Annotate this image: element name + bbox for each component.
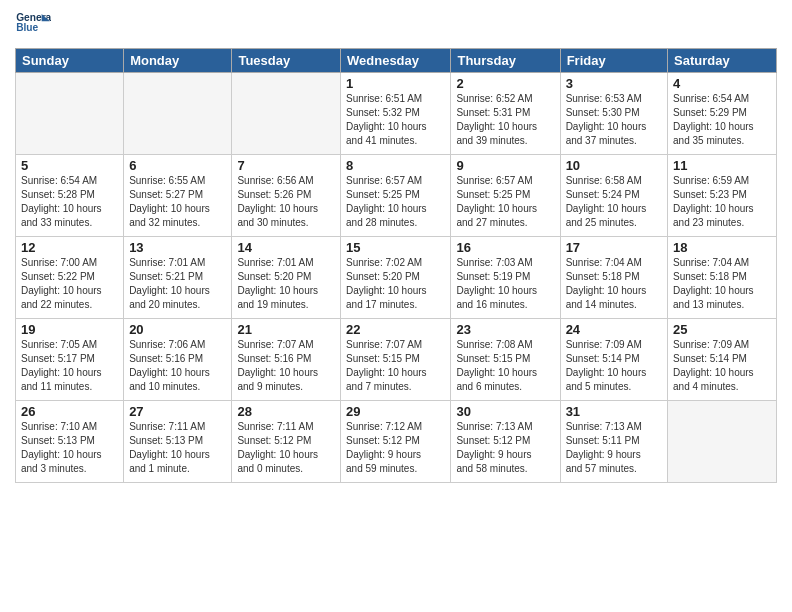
day-info: Sunrise: 7:09 AM Sunset: 5:14 PM Dayligh… <box>566 338 662 394</box>
day-info: Sunrise: 7:07 AM Sunset: 5:16 PM Dayligh… <box>237 338 335 394</box>
day-number: 24 <box>566 322 662 337</box>
day-number: 27 <box>129 404 226 419</box>
calendar-cell: 1Sunrise: 6:51 AM Sunset: 5:32 PM Daylig… <box>341 73 451 155</box>
calendar-cell: 17Sunrise: 7:04 AM Sunset: 5:18 PM Dayli… <box>560 237 667 319</box>
calendar-cell: 15Sunrise: 7:02 AM Sunset: 5:20 PM Dayli… <box>341 237 451 319</box>
calendar-cell: 5Sunrise: 6:54 AM Sunset: 5:28 PM Daylig… <box>16 155 124 237</box>
calendar-cell: 11Sunrise: 6:59 AM Sunset: 5:23 PM Dayli… <box>668 155 777 237</box>
weekday-header-sunday: Sunday <box>16 49 124 73</box>
day-info: Sunrise: 7:10 AM Sunset: 5:13 PM Dayligh… <box>21 420 118 476</box>
calendar-cell: 7Sunrise: 6:56 AM Sunset: 5:26 PM Daylig… <box>232 155 341 237</box>
weekday-header-monday: Monday <box>124 49 232 73</box>
calendar-cell: 4Sunrise: 6:54 AM Sunset: 5:29 PM Daylig… <box>668 73 777 155</box>
day-info: Sunrise: 7:05 AM Sunset: 5:17 PM Dayligh… <box>21 338 118 394</box>
calendar-cell: 2Sunrise: 6:52 AM Sunset: 5:31 PM Daylig… <box>451 73 560 155</box>
weekday-header-saturday: Saturday <box>668 49 777 73</box>
day-number: 2 <box>456 76 554 91</box>
day-number: 22 <box>346 322 445 337</box>
day-number: 23 <box>456 322 554 337</box>
day-number: 1 <box>346 76 445 91</box>
day-info: Sunrise: 6:55 AM Sunset: 5:27 PM Dayligh… <box>129 174 226 230</box>
calendar-cell: 16Sunrise: 7:03 AM Sunset: 5:19 PM Dayli… <box>451 237 560 319</box>
calendar-cell <box>232 73 341 155</box>
day-number: 7 <box>237 158 335 173</box>
week-row-5: 26Sunrise: 7:10 AM Sunset: 5:13 PM Dayli… <box>16 401 777 483</box>
day-number: 5 <box>21 158 118 173</box>
weekday-header-tuesday: Tuesday <box>232 49 341 73</box>
day-info: Sunrise: 7:09 AM Sunset: 5:14 PM Dayligh… <box>673 338 771 394</box>
day-info: Sunrise: 7:06 AM Sunset: 5:16 PM Dayligh… <box>129 338 226 394</box>
day-info: Sunrise: 7:11 AM Sunset: 5:13 PM Dayligh… <box>129 420 226 476</box>
calendar-table: SundayMondayTuesdayWednesdayThursdayFrid… <box>15 48 777 483</box>
day-number: 3 <box>566 76 662 91</box>
weekday-header-thursday: Thursday <box>451 49 560 73</box>
svg-text:Blue: Blue <box>16 22 38 33</box>
calendar-cell <box>668 401 777 483</box>
logo: General Blue <box>15 10 51 42</box>
calendar-cell: 27Sunrise: 7:11 AM Sunset: 5:13 PM Dayli… <box>124 401 232 483</box>
week-row-1: 1Sunrise: 6:51 AM Sunset: 5:32 PM Daylig… <box>16 73 777 155</box>
day-number: 6 <box>129 158 226 173</box>
weekday-header-wednesday: Wednesday <box>341 49 451 73</box>
day-number: 14 <box>237 240 335 255</box>
day-info: Sunrise: 6:56 AM Sunset: 5:26 PM Dayligh… <box>237 174 335 230</box>
day-info: Sunrise: 6:53 AM Sunset: 5:30 PM Dayligh… <box>566 92 662 148</box>
day-number: 13 <box>129 240 226 255</box>
day-number: 10 <box>566 158 662 173</box>
day-info: Sunrise: 6:52 AM Sunset: 5:31 PM Dayligh… <box>456 92 554 148</box>
day-info: Sunrise: 7:08 AM Sunset: 5:15 PM Dayligh… <box>456 338 554 394</box>
calendar-cell: 3Sunrise: 6:53 AM Sunset: 5:30 PM Daylig… <box>560 73 667 155</box>
day-number: 28 <box>237 404 335 419</box>
day-number: 25 <box>673 322 771 337</box>
calendar-cell: 21Sunrise: 7:07 AM Sunset: 5:16 PM Dayli… <box>232 319 341 401</box>
calendar-cell: 8Sunrise: 6:57 AM Sunset: 5:25 PM Daylig… <box>341 155 451 237</box>
calendar-cell: 14Sunrise: 7:01 AM Sunset: 5:20 PM Dayli… <box>232 237 341 319</box>
day-info: Sunrise: 6:58 AM Sunset: 5:24 PM Dayligh… <box>566 174 662 230</box>
day-number: 9 <box>456 158 554 173</box>
calendar-cell: 12Sunrise: 7:00 AM Sunset: 5:22 PM Dayli… <box>16 237 124 319</box>
weekday-header-row: SundayMondayTuesdayWednesdayThursdayFrid… <box>16 49 777 73</box>
day-number: 11 <box>673 158 771 173</box>
day-number: 21 <box>237 322 335 337</box>
week-row-4: 19Sunrise: 7:05 AM Sunset: 5:17 PM Dayli… <box>16 319 777 401</box>
logo-icon: General Blue <box>15 10 51 38</box>
calendar-cell: 22Sunrise: 7:07 AM Sunset: 5:15 PM Dayli… <box>341 319 451 401</box>
day-info: Sunrise: 6:57 AM Sunset: 5:25 PM Dayligh… <box>456 174 554 230</box>
day-info: Sunrise: 7:01 AM Sunset: 5:20 PM Dayligh… <box>237 256 335 312</box>
day-number: 26 <box>21 404 118 419</box>
calendar-cell <box>124 73 232 155</box>
calendar-cell <box>16 73 124 155</box>
day-info: Sunrise: 7:01 AM Sunset: 5:21 PM Dayligh… <box>129 256 226 312</box>
header: General Blue <box>15 10 777 42</box>
day-info: Sunrise: 6:51 AM Sunset: 5:32 PM Dayligh… <box>346 92 445 148</box>
day-number: 17 <box>566 240 662 255</box>
day-info: Sunrise: 7:07 AM Sunset: 5:15 PM Dayligh… <box>346 338 445 394</box>
calendar-cell: 20Sunrise: 7:06 AM Sunset: 5:16 PM Dayli… <box>124 319 232 401</box>
calendar-cell: 23Sunrise: 7:08 AM Sunset: 5:15 PM Dayli… <box>451 319 560 401</box>
day-info: Sunrise: 6:59 AM Sunset: 5:23 PM Dayligh… <box>673 174 771 230</box>
day-info: Sunrise: 7:11 AM Sunset: 5:12 PM Dayligh… <box>237 420 335 476</box>
day-info: Sunrise: 7:13 AM Sunset: 5:12 PM Dayligh… <box>456 420 554 476</box>
day-info: Sunrise: 6:54 AM Sunset: 5:29 PM Dayligh… <box>673 92 771 148</box>
calendar-cell: 29Sunrise: 7:12 AM Sunset: 5:12 PM Dayli… <box>341 401 451 483</box>
calendar-cell: 31Sunrise: 7:13 AM Sunset: 5:11 PM Dayli… <box>560 401 667 483</box>
calendar-cell: 30Sunrise: 7:13 AM Sunset: 5:12 PM Dayli… <box>451 401 560 483</box>
logo-text: General Blue <box>15 10 51 42</box>
day-number: 18 <box>673 240 771 255</box>
day-info: Sunrise: 7:03 AM Sunset: 5:19 PM Dayligh… <box>456 256 554 312</box>
day-number: 31 <box>566 404 662 419</box>
day-info: Sunrise: 7:02 AM Sunset: 5:20 PM Dayligh… <box>346 256 445 312</box>
day-number: 4 <box>673 76 771 91</box>
day-number: 29 <box>346 404 445 419</box>
calendar-cell: 25Sunrise: 7:09 AM Sunset: 5:14 PM Dayli… <box>668 319 777 401</box>
week-row-2: 5Sunrise: 6:54 AM Sunset: 5:28 PM Daylig… <box>16 155 777 237</box>
calendar-cell: 24Sunrise: 7:09 AM Sunset: 5:14 PM Dayli… <box>560 319 667 401</box>
day-info: Sunrise: 7:04 AM Sunset: 5:18 PM Dayligh… <box>673 256 771 312</box>
calendar-cell: 6Sunrise: 6:55 AM Sunset: 5:27 PM Daylig… <box>124 155 232 237</box>
week-row-3: 12Sunrise: 7:00 AM Sunset: 5:22 PM Dayli… <box>16 237 777 319</box>
day-number: 12 <box>21 240 118 255</box>
calendar-cell: 19Sunrise: 7:05 AM Sunset: 5:17 PM Dayli… <box>16 319 124 401</box>
calendar-cell: 28Sunrise: 7:11 AM Sunset: 5:12 PM Dayli… <box>232 401 341 483</box>
calendar-cell: 9Sunrise: 6:57 AM Sunset: 5:25 PM Daylig… <box>451 155 560 237</box>
day-number: 15 <box>346 240 445 255</box>
